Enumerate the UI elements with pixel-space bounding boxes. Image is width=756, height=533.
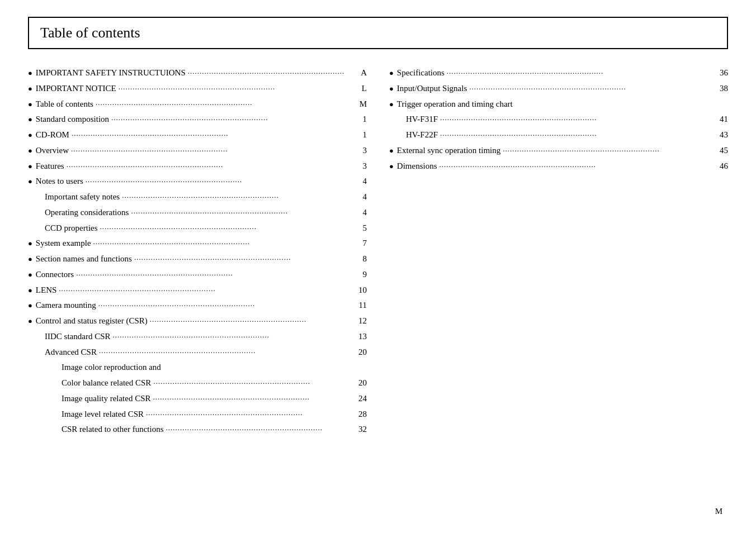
toc-entry: ●Connectors·····························… [28, 268, 367, 282]
dots: ········································… [71, 145, 352, 156]
dots: ········································… [146, 408, 352, 420]
entry-label: Input/Output Signals [397, 82, 467, 96]
entry-label: Table of contents [36, 97, 93, 111]
entry-label: Trigger operation and timing chart [397, 97, 513, 111]
page-number: 10 [355, 283, 367, 297]
dots: ········································… [166, 423, 352, 435]
bullet-char: ● [389, 160, 394, 172]
entry-label: Features [36, 159, 64, 173]
dots: ········································… [72, 129, 352, 141]
title-box: Table of contents [28, 17, 728, 49]
left-column: ●IMPORTANT SAFETY INSTRUCTUIONS·········… [28, 66, 367, 438]
dots: ········································… [100, 222, 352, 234]
toc-entry: Image color reproduction and [28, 360, 367, 374]
page-number: A [355, 66, 367, 80]
dots: ········································… [440, 160, 714, 172]
toc-entry: ●IMPORTANT NOTICE·······················… [28, 82, 367, 96]
dots: ········································… [96, 98, 352, 110]
entry-label: Control and status register (CSR) [36, 314, 148, 328]
toc-entry: ●Specifications·························… [389, 66, 728, 80]
dots: ········································… [76, 269, 352, 280]
toc-entry: ●Overview·······························… [28, 144, 367, 158]
entry-label: Camera mounting [36, 298, 96, 312]
entry-label: IIDC standard CSR [45, 330, 111, 344]
bullet-char: ● [389, 83, 394, 94]
bullet-char: ● [28, 67, 32, 79]
page-number: 1 [355, 128, 367, 142]
dots: ········································… [67, 160, 352, 172]
bullet-char: ● [28, 269, 32, 280]
dots: ········································… [122, 191, 352, 203]
toc-entry: ●IMPORTANT SAFETY INSTRUCTUIONS·········… [28, 66, 367, 80]
dots: ········································… [447, 67, 714, 79]
page-number: 9 [355, 268, 367, 282]
toc-entry: HV-F31F·································… [389, 112, 728, 126]
entry-label: Operating considerations [45, 206, 129, 220]
page-number: 11 [355, 298, 367, 312]
bullet-char: ● [389, 67, 394, 79]
bullet-char: ● [28, 299, 32, 311]
page-title: Table of contents [40, 25, 140, 41]
entry-label: LENS [36, 283, 57, 297]
bullet-char: ● [28, 160, 32, 172]
toc-entry: ●Camera mounting························… [28, 298, 367, 312]
bullet-char: ● [28, 284, 32, 296]
page-number: 3 [355, 144, 367, 158]
page-number: 41 [716, 112, 728, 126]
toc-entry: ●Notes to users·························… [28, 174, 367, 188]
right-column: ●Specifications·························… [389, 66, 728, 174]
entry-label: HV-F22F [406, 128, 438, 142]
toc-entry: CCD properties··························… [28, 221, 367, 235]
toc-entry: ●Features·······························… [28, 159, 367, 173]
toc-entry: Color balance related CSR···············… [28, 376, 367, 390]
entry-label: Section names and functions [36, 252, 132, 266]
entry-label: HV-F31F [406, 112, 438, 126]
toc-entry: Advanced CSR····························… [28, 345, 367, 359]
page-container: Table of contents ●IMPORTANT SAFETY INST… [28, 17, 728, 438]
dots: ········································… [119, 83, 352, 94]
toc-entry: ●External sync operation timing·········… [389, 144, 728, 158]
toc-entry: ●Standard composition···················… [28, 112, 367, 126]
entry-label: Advanced CSR [45, 345, 97, 359]
bullet-char: ● [28, 315, 32, 327]
page-number: 43 [716, 128, 728, 142]
dots: ········································… [153, 393, 352, 404]
toc-entry: Image quality related CSR···············… [28, 392, 367, 406]
page-number: 1 [355, 112, 367, 126]
entry-label: Color balance related CSR [62, 376, 151, 390]
page-number: 7 [355, 236, 367, 250]
toc-entry: Important safety notes··················… [28, 190, 367, 204]
page-number: M [355, 97, 367, 111]
entry-label: Image quality related CSR [62, 392, 151, 406]
dots: ········································… [188, 67, 352, 79]
entry-label: Image level related CSR [62, 407, 144, 421]
page-number: 20 [355, 376, 367, 390]
bullet-char: ● [28, 83, 32, 94]
entry-label: CSR related to other functions [62, 422, 163, 436]
dots: ········································… [131, 207, 352, 218]
page-number: 24 [355, 392, 367, 406]
dots: ········································… [134, 253, 352, 265]
bullet-char: ● [28, 253, 32, 265]
dots: ········································… [150, 315, 352, 327]
entry-label: CD-ROM [36, 128, 69, 142]
bullet-char: ● [28, 113, 32, 125]
dots: ········································… [469, 83, 714, 94]
toc-entry: ●CD-ROM·································… [28, 128, 367, 142]
entry-label: External sync operation timing [397, 144, 500, 158]
toc-entry: ●LENS···································… [28, 283, 367, 297]
page-number: 4 [355, 190, 367, 204]
dots: ········································… [86, 175, 352, 187]
dots: ········································… [59, 284, 352, 296]
page-number: 20 [355, 345, 367, 359]
entry-label: Specifications [397, 66, 445, 80]
dots: ········································… [111, 113, 352, 125]
toc-entry: ●Dimensions·····························… [389, 159, 728, 173]
bullet-char: ● [28, 145, 32, 156]
page-number: 45 [716, 144, 728, 158]
content-columns: ●IMPORTANT SAFETY INSTRUCTUIONS·········… [28, 66, 728, 438]
toc-entry: ●System example·························… [28, 236, 367, 250]
entry-label: Dimensions [397, 159, 437, 173]
toc-entry: Operating considerations················… [28, 206, 367, 220]
toc-entry: CSR related to other functions··········… [28, 422, 367, 436]
